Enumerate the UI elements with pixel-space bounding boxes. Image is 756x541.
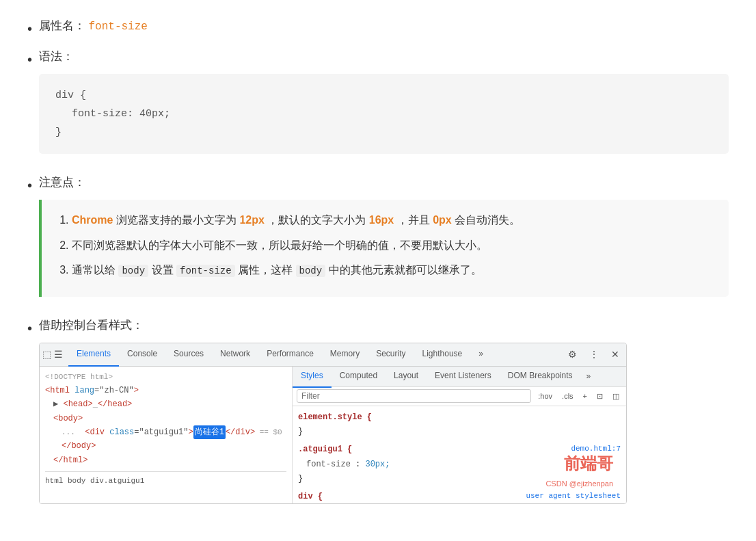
devtools-settings-icon[interactable]: ⚙ (564, 345, 581, 365)
notice-text-2: 不同浏览器默认的字体大小可能不一致，所以最好给一个明确的值，不要用默认大小。 (72, 239, 487, 251)
devtools-wrapper: ⬚ ☰ Elements Console Sources Network Per… (39, 336, 627, 511)
notice-text-1b: ，默认的文字大小为 (267, 214, 368, 226)
notice-code-fontsize: font-size (176, 265, 235, 277)
style-prop-name-fontsize: font-size (306, 460, 351, 469)
notice-highlight-0px: 0px (433, 214, 452, 226)
devtools-icon-inspect[interactable]: ⬚ (42, 347, 51, 363)
notice-item-2: 不同浏览器默认的字体大小可能不一致，所以最好给一个明确的值，不要用默认大小。 (72, 236, 712, 256)
subtab-event-listeners[interactable]: Event Listeners (427, 367, 500, 388)
style-prop-colon-1: : (355, 460, 365, 469)
styles-computed-icon[interactable]: ⊡ (594, 389, 606, 404)
style-selector-div: div { (298, 492, 323, 501)
notice-item-3: 通常以给 body 设置 font-size 属性，这样 body 中的其他元素… (72, 261, 712, 280)
subtab-more[interactable]: » (581, 367, 597, 387)
tab-sources[interactable]: Sources (165, 343, 212, 366)
notice-highlight-chrome: Chrome (72, 214, 113, 226)
bullet-dot-1: • (27, 17, 32, 40)
label-notes: 注意点： (39, 176, 85, 189)
section-property-name: • 属性名： font-size (27, 16, 729, 40)
tab-security[interactable]: Security (368, 343, 414, 366)
notice-code-body1: body (118, 265, 148, 277)
html-line-html: <html lang="zh-CN"> (45, 384, 286, 397)
styles-add-btn[interactable]: + (580, 389, 590, 404)
html-line-body-close: </body> (62, 439, 286, 453)
notice-code-body2: body (296, 265, 326, 277)
notice-item-1: Chrome 浏览器支持的最小文字为 12px ，默认的文字大小为 16px ，… (72, 211, 712, 230)
notice-text-1d: 会自动消失。 (455, 214, 520, 226)
tab-performance[interactable]: Performance (258, 343, 322, 366)
notice-text-3d: 中的其他元素就都可以继承了。 (329, 264, 482, 276)
watermark-text: 前端哥 (545, 450, 613, 478)
bullet-dot-3: • (27, 174, 32, 197)
tab-more[interactable]: » (470, 343, 491, 366)
html-line-html-close: </html> (53, 453, 286, 467)
styles-cls-btn[interactable]: .cls (559, 389, 576, 404)
section-syntax: • 语法： div { font-size: 40px; } (27, 47, 729, 166)
notice-text-3c: 属性，这样 (238, 264, 295, 276)
styles-filter-bar: :hov .cls + ⊡ ◫ (293, 387, 626, 406)
subtab-styles[interactable]: Styles (293, 367, 332, 388)
tab-network[interactable]: Network (212, 343, 258, 366)
tab-console[interactable]: Console (119, 343, 165, 366)
styles-hov-btn[interactable]: :hov (535, 389, 555, 404)
notice-highlight-16px: 16px (369, 214, 394, 226)
notice-block: Chrome 浏览器支持的最小文字为 12px ，默认的文字大小为 16px ，… (39, 200, 729, 297)
subtab-dom-breakpoints[interactable]: DOM Breakpoints (500, 367, 581, 388)
section-devtools: • 借助控制台看样式： ⬚ ☰ Elements Console Sources… (27, 316, 729, 516)
devtools-action-icons: ⚙ ⋮ ✕ (564, 345, 623, 365)
notice-text-1a: 浏览器支持的最小文字为 (116, 214, 239, 226)
devtools-icon-mobile[interactable]: ☰ (54, 347, 63, 363)
devtools-body: <!DOCTYPE html> <html lang="zh-CN"> ▶ <h… (40, 367, 626, 503)
tab-memory[interactable]: Memory (322, 343, 368, 366)
label-devtools: 借助控制台看样式： (39, 319, 144, 332)
style-prop-val-fontsize: 30px; (365, 460, 390, 469)
style-origin-div: user agent stylesheet (526, 490, 621, 503)
label-syntax: 语法： (39, 50, 74, 63)
property-name-value: font-size (88, 21, 147, 33)
devtools-close-icon[interactable]: ✕ (607, 345, 623, 365)
section-notes: • 注意点： Chrome 浏览器支持的最小文字为 12px ，默认的文字大小为… (27, 173, 729, 309)
code-line-1: div { (55, 86, 712, 105)
tab-lighthouse[interactable]: Lighthouse (414, 343, 471, 366)
style-rule-element: element.style { (298, 410, 621, 425)
bullet-dot-4: • (27, 317, 32, 340)
page-container: • 属性名： font-size • 语法： div { font-size: … (0, 0, 756, 540)
styles-filter-input[interactable] (297, 389, 531, 403)
style-close-1: } (298, 427, 303, 436)
devtools-subtabs: Styles Computed Layout Event Listeners D… (293, 367, 626, 387)
style-selector-atguigu: .atguigu1 { (298, 445, 352, 454)
notice-text-3a: 通常以给 (72, 264, 118, 276)
code-line-2: font-size: 40px; (72, 105, 712, 123)
subtab-layout[interactable]: Layout (386, 367, 427, 388)
subtab-computed[interactable]: Computed (332, 367, 386, 388)
bullet-dot-2: • (27, 48, 32, 71)
devtools-panel[interactable]: ⬚ ☰ Elements Console Sources Network Per… (39, 343, 627, 504)
notice-list: Chrome 浏览器支持的最小文字为 12px ，默认的文字大小为 16px ，… (58, 211, 712, 280)
devtools-tab-bar: ⬚ ☰ Elements Console Sources Network Per… (40, 343, 626, 367)
devtools-more-icon[interactable]: ⋮ (585, 345, 603, 365)
watermark: 前端哥 CSDN @ejizhenpan (545, 450, 613, 490)
tab-elements[interactable]: Elements (68, 343, 119, 366)
watermark-sub: CSDN @ejizhenpan (545, 477, 613, 490)
notice-text-1c: ，并且 (397, 214, 433, 226)
style-close-2: } (298, 474, 303, 484)
style-rule-element-close: } (298, 425, 621, 440)
html-line-head: ▶ <head>_</head> (53, 397, 286, 411)
devtools-breadcrumb: html body div.atguigu1 (45, 471, 286, 488)
html-line-body: <body> (53, 412, 286, 425)
styles-refresh-icon[interactable]: ◫ (610, 389, 622, 404)
style-selector-element: element.style { (298, 412, 372, 422)
html-line-div: ... <div class="atguigu1">尚硅谷1</div> == … (62, 425, 286, 439)
label-property-name: 属性名： (39, 19, 85, 32)
notice-highlight-12px: 12px (239, 214, 264, 226)
notice-text-3b: 设置 (152, 264, 176, 276)
html-line-doctype: <!DOCTYPE html> (45, 371, 286, 384)
devtools-html-tree: <!DOCTYPE html> <html lang="zh-CN"> ▶ <h… (40, 367, 293, 503)
style-rule-div: div { user agent stylesheet (298, 490, 621, 503)
syntax-code-block: div { font-size: 40px; } (39, 74, 729, 154)
code-line-3: } (55, 123, 712, 142)
